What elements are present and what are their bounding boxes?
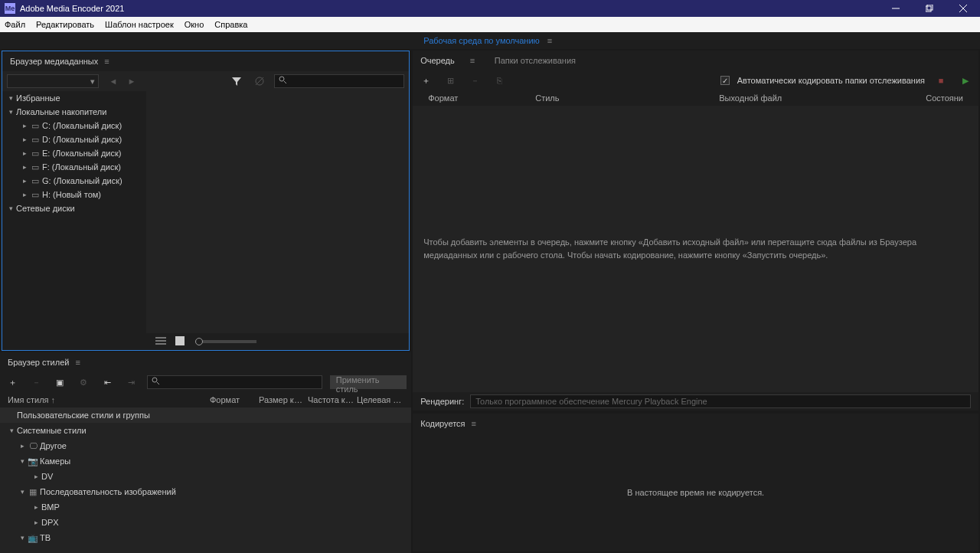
search-input[interactable] [274, 74, 404, 88]
start-queue-icon[interactable]: ▶ [957, 72, 974, 89]
preset-group-user[interactable]: Пользовательские стили и группы [0, 407, 411, 423]
duplicate-icon[interactable]: ⎘ [491, 72, 508, 89]
preset-settings-icon[interactable]: ⚙ [76, 374, 92, 391]
maximize-button[interactable] [913, 0, 946, 17]
col-target[interactable]: Целевая ч... [357, 395, 403, 404]
menu-help[interactable]: Справка [214, 20, 247, 29]
queue-headers: Формат Стиль Выходной файл Состояни [413, 90, 978, 106]
nav-forward-icon[interactable]: ► [123, 73, 140, 90]
col-fps[interactable]: Частота ка... [308, 395, 354, 404]
remove-preset-icon[interactable]: － [28, 374, 44, 391]
auto-encode-label: Автоматически кодировать папки отслежива… [737, 76, 925, 85]
preset-group-other[interactable]: ▸🖵Другое [0, 438, 411, 453]
minimize-button[interactable] [879, 0, 913, 17]
thumb-size-slider[interactable] [195, 340, 256, 343]
menu-file[interactable]: Файл [5, 20, 25, 29]
queue-body[interactable]: Чтобы добавить элементы в очередь, нажми… [413, 106, 978, 392]
preset-bmp[interactable]: ▸BMP [0, 499, 411, 515]
preset-group-system[interactable]: ▾Системные стили [0, 423, 411, 438]
drive-icon: ▭ [30, 176, 41, 186]
image-icon: ▦ [28, 487, 38, 497]
preset-group-imgseq[interactable]: ▾▦Последовательность изображений [0, 484, 411, 499]
col-format[interactable]: Формат [210, 395, 256, 404]
panel-menu-icon[interactable]: ≡ [104, 57, 113, 66]
list-view-icon[interactable] [155, 336, 169, 347]
nav-back-icon[interactable]: ◄ [105, 73, 122, 90]
tv-icon: 📺 [28, 533, 38, 543]
export-preset-icon[interactable]: ⇥ [123, 374, 139, 391]
panel-menu-icon[interactable]: ≡ [75, 358, 84, 367]
ingest-icon[interactable] [251, 73, 268, 90]
render-bar: Рендеринг: Только программное обеспечени… [413, 392, 978, 411]
preset-tree: Пользовательские стили и группы ▾Системн… [0, 407, 411, 553]
tree-drive-f[interactable]: ▸▭F: (Локальный диск) [16, 160, 146, 174]
tab-queue[interactable]: Очередь [420, 56, 455, 65]
svg-point-13 [152, 378, 157, 382]
media-browser-toolbar: ▾ ◄ ► [2, 71, 409, 91]
tree-local-drives[interactable]: ▾Локальные накопители [2, 105, 146, 119]
queue-toolbar: ＋ ⊞ － ⎘ Автоматически кодировать папки о… [413, 70, 978, 90]
encoding-header[interactable]: Кодируется ≡ [413, 414, 978, 434]
preset-group-cameras[interactable]: ▾📷Камеры [0, 453, 411, 469]
thumb-view-icon[interactable] [175, 336, 189, 347]
svg-rect-12 [175, 336, 185, 345]
filter-icon[interactable] [228, 73, 245, 90]
preset-column-headers: Имя стиля ↑ Формат Размер ка... Частота … [0, 392, 411, 407]
tree-network[interactable]: ▾Сетевые диски [2, 201, 146, 215]
col-name[interactable]: Имя стиля ↑ [8, 395, 207, 404]
media-browser-content [146, 91, 409, 333]
encoding-title: Кодируется [420, 419, 465, 428]
close-button[interactable] [946, 0, 980, 17]
app-icon: Me [5, 3, 15, 14]
rendering-label: Рендеринг: [420, 397, 464, 406]
queue-empty-message: Чтобы добавить элементы в очередь, нажми… [423, 236, 968, 261]
stop-queue-icon[interactable]: ■ [933, 72, 949, 89]
import-preset-icon[interactable]: ⇤ [100, 374, 116, 391]
renderer-dropdown[interactable]: Только программное обеспечение Mercury P… [470, 394, 971, 408]
add-output-icon[interactable]: ⊞ [442, 72, 459, 89]
new-group-icon[interactable]: ▣ [52, 374, 68, 391]
workspace-label[interactable]: Рабочая среда по умолчанию [423, 36, 540, 45]
menu-window[interactable]: Окно [185, 20, 204, 29]
col-output[interactable]: Выходной файл [719, 93, 926, 103]
menu-preset[interactable]: Шаблон настроек [105, 20, 174, 29]
col-preset[interactable]: Стиль [535, 93, 719, 103]
drive-icon: ▭ [30, 190, 41, 200]
remove-icon[interactable]: － [466, 72, 483, 89]
auto-encode-checkbox[interactable] [720, 76, 730, 85]
encoding-body: В настоящее время не кодируется. [413, 434, 978, 551]
drive-icon: ▭ [30, 162, 41, 172]
preset-browser-toolbar: ＋ － ▣ ⚙ ⇤ ⇥ Применить стиль [0, 372, 411, 392]
col-size[interactable]: Размер ка... [259, 395, 305, 404]
svg-point-7 [279, 77, 284, 81]
add-preset-icon[interactable]: ＋ [5, 374, 21, 391]
menu-edit[interactable]: Редактировать [36, 20, 94, 29]
tree-favorites[interactable]: ▾Избранные [2, 91, 146, 105]
panel-menu-icon[interactable]: ≡ [470, 56, 479, 65]
col-status[interactable]: Состояни [926, 93, 963, 103]
preset-dpx[interactable]: ▸DPX [0, 515, 411, 530]
slider-handle[interactable] [195, 338, 203, 345]
tree-drive-e[interactable]: ▸▭E: (Локальный диск) [16, 146, 146, 160]
tree-drive-g[interactable]: ▸▭G: (Локальный диск) [16, 174, 146, 188]
col-format[interactable]: Формат [428, 93, 535, 103]
preset-search-input[interactable] [147, 375, 322, 389]
media-browser-footer [2, 333, 409, 350]
nav-dropdown[interactable]: ▾ [7, 74, 99, 88]
camera-icon: 📷 [28, 456, 38, 466]
preset-browser-header[interactable]: Браузер стилей ≡ [0, 352, 411, 372]
menubar: Файл Редактировать Шаблон настроек Окно … [0, 17, 980, 32]
tree-drive-c[interactable]: ▸▭C: (Локальный диск) [16, 119, 146, 133]
apply-preset-button[interactable]: Применить стиль [330, 375, 407, 389]
workspace-menu-icon[interactable]: ≡ [547, 36, 557, 45]
media-browser-header[interactable]: Браузер медиаданных ≡ [2, 51, 409, 71]
tab-watch-folders[interactable]: Папки отслеживания [495, 56, 576, 65]
preset-group-tv[interactable]: ▾📺ТВ [0, 530, 411, 545]
tree-drive-d[interactable]: ▸▭D: (Локальный диск) [16, 133, 146, 146]
preset-dv[interactable]: ▸DV [0, 469, 411, 484]
add-source-icon[interactable]: ＋ [417, 72, 434, 89]
panel-menu-icon[interactable]: ≡ [472, 419, 481, 428]
drive-icon: ▭ [30, 121, 41, 131]
tree-drive-h[interactable]: ▸▭H: (Новый том) [16, 188, 146, 201]
queue-tabs: Очередь ≡ Папки отслеживания [413, 51, 978, 70]
